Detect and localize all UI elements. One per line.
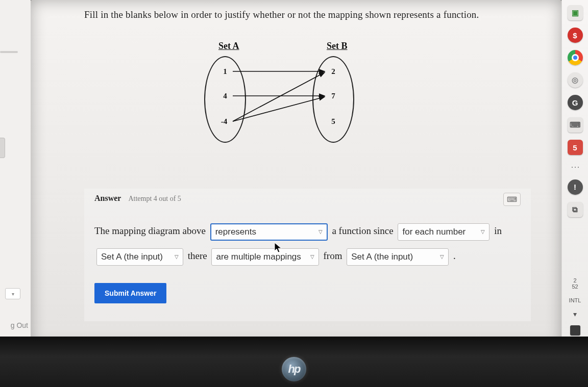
rail-clock: 2 52: [572, 277, 578, 290]
sentence-text-4: there: [188, 250, 207, 261]
dropdown-quantifier[interactable]: for each number ▽: [398, 223, 489, 241]
rail-app-icon[interactable]: G: [568, 95, 583, 110]
left-mini-dropdown[interactable]: ▾: [5, 288, 20, 299]
left-progress-sliver: [0, 51, 18, 53]
chevron-down-icon: ▽: [318, 225, 323, 239]
answer-block: ⌨ Answer Attempt 4 out of 5 The mapping …: [84, 189, 531, 321]
right-app-rail: ▣$◎G⌨5⋯!⧉ 2 52 INTL ▾: [561, 0, 588, 347]
chevron-down-icon: ▽: [481, 225, 485, 239]
rail-app-icon[interactable]: ⌨: [568, 117, 583, 133]
rail-lang[interactable]: INTL: [569, 297, 581, 303]
dropdown-set-in-value: Set A (the input): [101, 246, 163, 268]
chevron-down-icon: ▽: [440, 250, 444, 264]
rail-app-icon[interactable]: ⧉: [568, 202, 583, 217]
chevron-down-icon: ▽: [175, 250, 179, 264]
question-card: Fill in the blanks below in order to jus…: [31, 0, 561, 347]
rail-bottom-icon[interactable]: [570, 325, 580, 336]
dropdown-mapping-count[interactable]: are multiple mappings ▽: [211, 248, 318, 266]
dropdown-set-from[interactable]: Set A (the input) ▽: [347, 248, 449, 266]
chevron-down-icon: ▽: [310, 250, 314, 264]
attempt-counter: Attempt 4 out of 5: [128, 195, 181, 203]
dropdown-represents[interactable]: represents ▽: [210, 223, 328, 241]
sentence-text-1: The mapping diagram above: [94, 225, 206, 236]
hp-logo: hp: [282, 357, 306, 381]
rail-app-icon[interactable]: $: [568, 28, 583, 43]
rail-app-icon[interactable]: ⋯: [571, 162, 580, 172]
left-tab-handle[interactable]: [0, 138, 5, 158]
dropdown-mapping-count-value: are multiple mappings: [216, 246, 301, 268]
rail-app-icon[interactable]: ◎: [568, 72, 583, 88]
sentence-text-2: a function since: [332, 225, 393, 236]
sentence-text-6: .: [453, 250, 456, 261]
rail-clock-line2: 52: [572, 283, 578, 290]
question-prompt: Fill in the blanks below in order to jus…: [84, 9, 541, 20]
rail-items: ▣$◎G⌨5⋯!⧉: [568, 5, 583, 217]
submit-answer-button[interactable]: Submit Answer: [94, 283, 166, 303]
dropdown-set-from-value: Set A (the input): [351, 246, 413, 268]
logout-link-fragment[interactable]: g Out: [0, 321, 28, 329]
rail-app-icon[interactable]: ▣: [568, 5, 583, 20]
answer-header: Answer Attempt 4 out of 5: [94, 194, 521, 203]
left-gutter: ▾ g Out: [0, 0, 31, 347]
svg-line-3: [233, 97, 325, 121]
answer-label: Answer: [94, 194, 121, 203]
rail-app-icon[interactable]: !: [568, 179, 583, 195]
screenshot-root: ▾ g Out Fill in the blanks below in orde…: [0, 0, 588, 387]
rail-wifi-icon[interactable]: ▾: [573, 311, 577, 318]
rail-clock-line1: 2: [572, 277, 578, 283]
mapping-arrows: [199, 41, 368, 153]
sentence-text-5: from: [324, 250, 342, 261]
keyboard-icon[interactable]: ⌨: [503, 193, 521, 206]
dropdown-quantifier-value: for each number: [402, 221, 465, 243]
mapping-diagram: Set A Set B 1 4 -4 2 7 5: [199, 41, 368, 153]
answer-sentence: The mapping diagram above represents ▽ a…: [94, 218, 521, 269]
rail-app-icon[interactable]: 5: [568, 140, 583, 155]
dropdown-set-in[interactable]: Set A (the input) ▽: [96, 248, 183, 266]
rail-app-icon[interactable]: [568, 50, 583, 65]
sentence-text-3: in: [494, 225, 502, 236]
svg-line-2: [233, 72, 325, 121]
dropdown-represents-value: represents: [215, 221, 256, 243]
